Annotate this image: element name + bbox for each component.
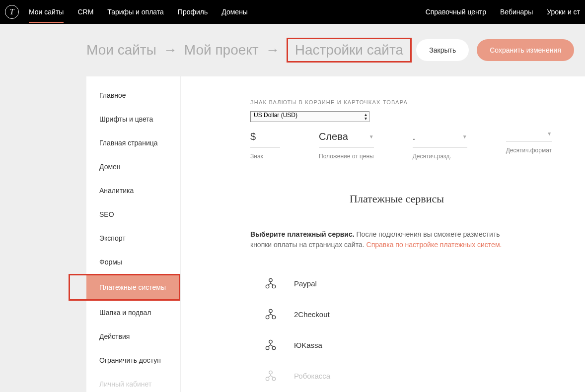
- nav-domains[interactable]: Домены: [221, 1, 248, 23]
- sidebar-item-header-footer[interactable]: Шапка и подвал: [86, 301, 180, 325]
- nav-left: Мои сайты CRM Тарифы и оплата Профиль До…: [29, 1, 426, 23]
- position-select[interactable]: Слева▼: [319, 129, 374, 148]
- svg-point-1: [266, 285, 269, 288]
- arrow-icon: →: [163, 42, 177, 58]
- sidebar-item-domain[interactable]: Домен: [86, 155, 180, 179]
- nav-crm[interactable]: CRM: [77, 1, 93, 23]
- sidebar-item-account[interactable]: Личный кабинет: [86, 372, 180, 392]
- connector-icon: [265, 370, 276, 381]
- currency-select[interactable]: US Dollar (USD) ▴▾: [250, 111, 369, 122]
- fmt-label: Десятич.формат: [506, 147, 552, 154]
- desc-link[interactable]: Справка по настройке платежных систем.: [366, 241, 502, 249]
- field-position: Слева▼ Положение от цены: [319, 129, 374, 160]
- breadcrumb: Мои сайты → Мой проект → Настройки сайта: [86, 38, 416, 63]
- sidebar-item-main[interactable]: Главное: [86, 83, 180, 107]
- sidebar: Главное Шрифты и цвета Главная страница …: [86, 76, 181, 392]
- sidebar-item-restrict[interactable]: Ограничить доступ: [86, 348, 180, 372]
- fmt-select[interactable]: ▼: [506, 129, 552, 142]
- bc-current-highlight: Настройки сайта: [287, 38, 412, 63]
- sign-input[interactable]: $: [250, 129, 280, 148]
- bc-project[interactable]: Мой проект: [184, 42, 259, 58]
- content: ЗНАК ВАЛЮТЫ В КОРЗИНЕ И КАРТОЧКАХ ТОВАРА…: [181, 76, 585, 392]
- sign-label: Знак: [250, 153, 280, 160]
- payment-item-2checkout[interactable]: 2Checkout: [250, 299, 563, 329]
- nav-right: Справочный центр Вебинары Уроки и ст: [426, 1, 580, 23]
- nav-webinars[interactable]: Вебинары: [500, 1, 533, 23]
- payments-description: Выберите платежный сервис. После подключ…: [250, 229, 509, 250]
- bc-settings: Настройки сайта: [295, 42, 403, 58]
- svg-point-8: [272, 346, 275, 349]
- payment-label: Робокасса: [294, 372, 330, 380]
- bc-mysites[interactable]: Мои сайты: [86, 42, 156, 58]
- payment-item-robokassa[interactable]: Робокасса: [250, 360, 563, 391]
- field-sign: $ Знак: [250, 129, 280, 160]
- currency-fields: $ Знак Слева▼ Положение от цены .▼ Десят…: [250, 129, 563, 160]
- sidebar-item-fonts[interactable]: Шрифты и цвета: [86, 107, 180, 131]
- svg-point-4: [266, 316, 269, 319]
- svg-point-0: [269, 278, 272, 281]
- svg-point-11: [272, 377, 275, 380]
- svg-point-9: [269, 371, 272, 374]
- sidebar-item-analytics[interactable]: Аналитика: [86, 179, 180, 202]
- main: Главное Шрифты и цвета Главная страница …: [86, 76, 585, 392]
- sidebar-item-payments[interactable]: Платежные системы: [86, 275, 179, 299]
- nav-my-sites[interactable]: Мои сайты: [29, 1, 64, 23]
- payments-title: Платежные сервисы: [230, 193, 563, 205]
- currency-section-label: ЗНАК ВАЛЮТЫ В КОРЗИНЕ И КАРТОЧКАХ ТОВАРА: [250, 99, 563, 105]
- position-label: Положение от цены: [319, 153, 374, 160]
- sidebar-item-export[interactable]: Экспорт: [86, 226, 180, 250]
- nav-lessons[interactable]: Уроки и ст: [547, 1, 580, 23]
- payment-label: Paypal: [294, 279, 317, 288]
- currency-select-value: US Dollar (USD): [254, 112, 297, 119]
- payment-item-yookassa[interactable]: ЮKassa: [250, 329, 563, 360]
- chevron-down-icon: ▼: [369, 134, 374, 139]
- payment-item-paypal[interactable]: Paypal: [250, 268, 563, 299]
- topbar: T Мои сайты CRM Тарифы и оплата Профиль …: [0, 0, 585, 24]
- arrow-icon: →: [266, 42, 280, 58]
- desc-strong: Выберите платежный сервис.: [250, 230, 355, 238]
- nav-tariffs[interactable]: Тарифы и оплата: [107, 1, 164, 23]
- connector-icon: [265, 278, 276, 289]
- sidebar-item-forms[interactable]: Формы: [86, 250, 180, 274]
- svg-point-5: [272, 316, 275, 319]
- svg-point-7: [266, 346, 269, 349]
- logo-icon[interactable]: T: [5, 5, 19, 19]
- chevron-down-icon: ▼: [462, 134, 467, 139]
- svg-point-2: [272, 285, 275, 288]
- breadcrumb-row: Мои сайты → Мой проект → Настройки сайта…: [0, 24, 585, 76]
- select-arrows-icon: ▴▾: [365, 113, 367, 121]
- payment-list: Paypal 2Checkout ЮKassa Робокасса: [250, 268, 563, 391]
- sidebar-item-actions[interactable]: Действия: [86, 325, 180, 348]
- nav-help[interactable]: Справочный центр: [426, 1, 486, 23]
- svg-point-6: [269, 340, 272, 343]
- sidebar-item-seo[interactable]: SEO: [86, 202, 180, 226]
- nav-profile[interactable]: Профиль: [178, 1, 208, 23]
- chevron-down-icon: ▼: [547, 131, 552, 136]
- connector-icon: [265, 309, 276, 320]
- sidebar-highlight: Платежные системы: [69, 274, 180, 301]
- sidebar-item-homepage[interactable]: Главная страница: [86, 131, 180, 155]
- field-sep: .▼ Десятич.разд.: [413, 129, 467, 160]
- connector-icon: [265, 339, 276, 350]
- payment-label: 2Checkout: [294, 310, 330, 319]
- payment-label: ЮKassa: [294, 341, 322, 349]
- close-button[interactable]: Закрыть: [416, 39, 469, 61]
- field-fmt: ▼ Десятич.формат: [506, 129, 552, 160]
- sep-label: Десятич.разд.: [413, 153, 467, 160]
- svg-point-10: [266, 377, 269, 380]
- actions: Закрыть Сохранить изменения: [416, 39, 574, 61]
- sep-select[interactable]: .▼: [413, 129, 467, 148]
- save-button[interactable]: Сохранить изменения: [477, 39, 574, 61]
- svg-point-3: [269, 309, 272, 312]
